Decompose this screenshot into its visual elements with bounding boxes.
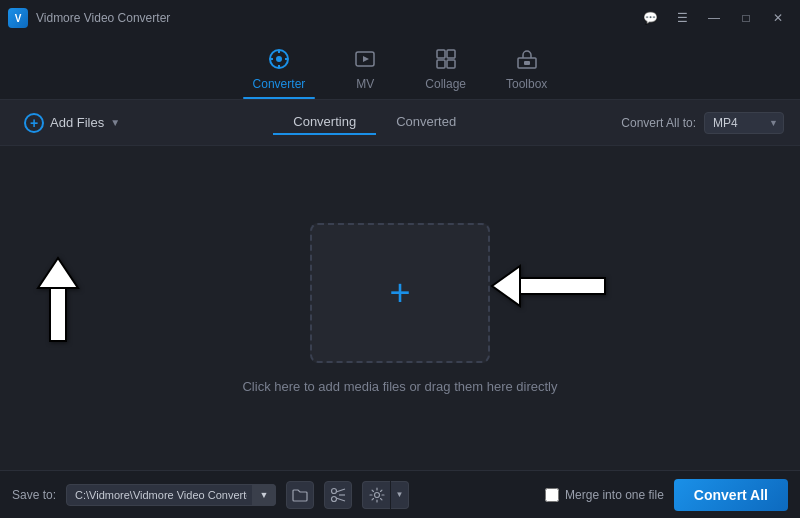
tab-converter-label: Converter <box>253 77 306 91</box>
svg-point-24 <box>374 492 379 497</box>
arrow-left-annotation <box>490 256 620 320</box>
save-to-label: Save to: <box>12 488 56 502</box>
arrow-up-annotation <box>28 256 88 360</box>
tab-mv[interactable]: MV <box>325 48 405 99</box>
save-path-dropdown-button[interactable]: ▼ <box>252 484 276 506</box>
format-select[interactable]: MP4 MKV AVI MOV WMV <box>704 112 784 134</box>
menu-button[interactable]: ☰ <box>668 8 696 28</box>
svg-rect-17 <box>520 278 605 294</box>
merge-checkbox[interactable] <box>545 488 559 502</box>
tab-collage[interactable]: Collage <box>405 48 486 99</box>
add-circle-icon: + <box>24 113 44 133</box>
merge-label[interactable]: Merge into one file <box>565 488 664 502</box>
tab-converter[interactable]: Converter <box>233 48 326 99</box>
save-path-wrapper: ▼ <box>66 484 276 506</box>
drop-zone-plus-icon: + <box>389 275 410 311</box>
main-content: + Click here to add media files or drag … <box>0 146 800 470</box>
settings-wrapper: ▼ <box>362 481 409 509</box>
svg-rect-9 <box>437 60 445 68</box>
tab-toolbox-label: Toolbox <box>506 77 547 91</box>
save-path-input[interactable] <box>66 484 276 506</box>
mv-icon <box>354 48 376 73</box>
svg-point-20 <box>332 496 337 501</box>
svg-point-1 <box>276 56 282 62</box>
svg-rect-10 <box>447 60 455 68</box>
add-files-button[interactable]: + Add Files ▼ <box>16 109 128 137</box>
drop-zone[interactable]: + <box>310 223 490 363</box>
bottom-bar: Save to: ▼ ▼ Merge into one file <box>0 470 800 518</box>
settings-dropdown-button[interactable]: ▼ <box>391 481 409 509</box>
app-logo: V <box>8 8 28 28</box>
convert-all-to: Convert All to: MP4 MKV AVI MOV WMV <box>621 112 784 134</box>
settings-button[interactable] <box>362 481 390 509</box>
drop-hint: Click here to add media files or drag th… <box>242 379 557 394</box>
merge-checkbox-wrapper: Merge into one file <box>545 488 664 502</box>
add-files-label: Add Files <box>50 115 104 130</box>
trim-button[interactable] <box>324 481 352 509</box>
tab-mv-label: MV <box>356 77 374 91</box>
svg-rect-7 <box>437 50 445 58</box>
svg-rect-14 <box>50 286 66 341</box>
minimize-button[interactable]: — <box>700 8 728 28</box>
convert-all-to-label: Convert All to: <box>621 116 696 130</box>
svg-rect-12 <box>524 61 530 65</box>
maximize-button[interactable]: □ <box>732 8 760 28</box>
nav-tabs: Converter MV Collage <box>0 36 800 100</box>
tab-collage-label: Collage <box>425 77 466 91</box>
tab-toolbox[interactable]: Toolbox <box>486 48 567 99</box>
toolbox-icon <box>516 48 538 73</box>
svg-line-21 <box>336 489 345 492</box>
add-files-dropdown-arrow: ▼ <box>110 117 120 128</box>
svg-marker-18 <box>492 266 520 306</box>
sub-tab-converting[interactable]: Converting <box>273 110 376 135</box>
svg-point-19 <box>332 488 337 493</box>
sub-tabs: Converting Converted <box>140 110 609 135</box>
svg-marker-15 <box>38 258 78 288</box>
title-bar-left: V Vidmore Video Converter <box>8 8 170 28</box>
convert-all-button[interactable]: Convert All <box>674 479 788 511</box>
svg-rect-8 <box>447 50 455 58</box>
close-button[interactable]: ✕ <box>764 8 792 28</box>
title-bar: V Vidmore Video Converter 💬 ☰ — □ ✕ <box>0 0 800 36</box>
toolbar: + Add Files ▼ Converting Converted Conve… <box>0 100 800 146</box>
title-text: Vidmore Video Converter <box>36 11 170 25</box>
chat-button[interactable]: 💬 <box>636 8 664 28</box>
title-bar-controls: 💬 ☰ — □ ✕ <box>636 8 792 28</box>
converter-icon <box>268 48 290 73</box>
open-folder-button[interactable] <box>286 481 314 509</box>
svg-line-22 <box>336 498 345 501</box>
collage-icon <box>435 48 457 73</box>
sub-tab-converted[interactable]: Converted <box>376 110 476 135</box>
format-select-wrapper: MP4 MKV AVI MOV WMV <box>704 112 784 134</box>
